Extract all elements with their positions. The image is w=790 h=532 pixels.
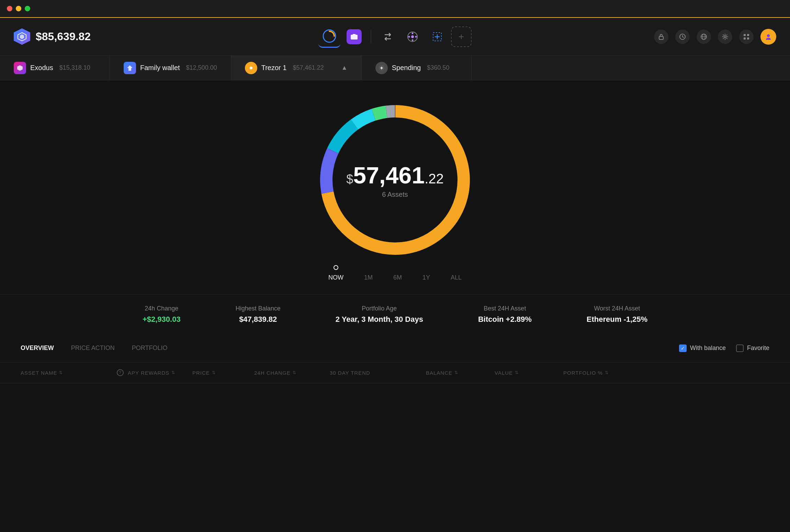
user-avatar[interactable]: [760, 29, 776, 45]
stat-label-highest: Highest Balance: [236, 305, 281, 312]
family-icon: [124, 62, 136, 74]
header-right: [654, 29, 776, 45]
stat-highest-balance: Highest Balance $47,839.82: [236, 305, 281, 324]
favorite-filter[interactable]: Favorite: [736, 344, 769, 352]
th-24h-change[interactable]: 24H CHANGE ⇅: [254, 369, 330, 376]
favorite-checkbox[interactable]: [736, 344, 744, 352]
wallet-tabs: Exodus $15,318.10 Family wallet $12,500.…: [0, 56, 790, 80]
svg-point-5: [412, 32, 414, 34]
stat-24h-change: 24h Change +$2,930.03: [143, 305, 181, 324]
nav-tab-apps[interactable]: [402, 26, 424, 48]
stat-value-worst: Ethereum -1,25%: [587, 315, 647, 324]
nav-tab-swap[interactable]: [377, 26, 399, 48]
time-option-6m[interactable]: 6M: [393, 271, 402, 284]
wallet-name-spending: Spending: [392, 64, 421, 72]
donut-center: $57,461.22 6 Assets: [346, 162, 444, 199]
stat-value-best: Bitcoin +2.89%: [478, 315, 532, 324]
th-30-day-trend: 30 DAY TREND: [330, 369, 426, 376]
sort-icon-value: ⇅: [515, 370, 519, 375]
nav-tab-add[interactable]: +: [451, 26, 472, 47]
stat-worst-asset: Worst 24H Asset Ethereum -1,25%: [587, 305, 647, 324]
stat-best-asset: Best 24H Asset Bitcoin +2.89%: [478, 305, 532, 324]
svg-rect-2: [353, 34, 356, 35]
tab-right: ✓ With balance Favorite: [679, 344, 769, 352]
svg-point-7: [408, 36, 410, 37]
svg-point-4: [411, 35, 414, 38]
maximize-button[interactable]: [25, 6, 30, 11]
stat-label-age: Portfolio Age: [336, 305, 423, 312]
sort-icon-price: ⇅: [212, 370, 216, 375]
sort-icon-apy: ⇅: [171, 370, 175, 375]
donut-assets: 6 Assets: [346, 191, 444, 199]
wallet-name-exodus: Exodus: [30, 64, 53, 72]
stat-label-worst: Worst 24H Asset: [587, 305, 647, 312]
stat-label-24h: 24h Change: [143, 305, 181, 312]
nav-tab-portfolio[interactable]: [343, 26, 365, 48]
close-button[interactable]: [7, 6, 12, 11]
trezor-expand-icon[interactable]: ▲: [341, 64, 348, 71]
stat-value-24h: +$2,930.03: [143, 315, 181, 324]
th-apy-rewards[interactable]: ? APY REWARDS ⇅: [117, 369, 192, 376]
tab-price-action[interactable]: PRICE ACTION: [71, 341, 115, 355]
donut-decimal: .22: [425, 171, 444, 186]
settings-icon[interactable]: [718, 30, 732, 44]
exodus-icon: [14, 62, 26, 74]
main-content: $57,461.22 6 Assets NOW 1M 6M 1Y ALL: [0, 80, 790, 532]
nav-tab-defi[interactable]: [426, 26, 448, 48]
th-portfolio-pct[interactable]: PORTFOLIO % ⇅: [563, 369, 632, 376]
th-price[interactable]: PRICE ⇅: [192, 369, 254, 376]
svg-rect-19: [744, 37, 746, 39]
wallet-tab-exodus[interactable]: Exodus $15,318.10: [0, 56, 110, 80]
with-balance-filter[interactable]: ✓ With balance: [679, 344, 726, 352]
sort-icon-change: ⇅: [293, 370, 296, 375]
svg-point-16: [724, 36, 726, 38]
network-icon[interactable]: [697, 30, 711, 44]
with-balance-checkbox[interactable]: ✓: [679, 344, 687, 352]
tab-overview[interactable]: OVERVIEW: [21, 341, 54, 355]
window-controls: [7, 6, 30, 11]
app-logo[interactable]: [14, 29, 30, 45]
th-value[interactable]: VALUE ⇅: [495, 369, 563, 376]
svg-rect-18: [747, 34, 749, 36]
lock-icon[interactable]: [654, 30, 668, 44]
th-asset-name[interactable]: ASSET NAME ⇅: [21, 369, 117, 376]
header: $85,639.82: [0, 18, 790, 56]
wallet-balance-trezor: $57,461.22: [293, 64, 324, 71]
wallet-balance-family: $12,500.00: [186, 64, 217, 71]
favorite-label: Favorite: [747, 344, 769, 352]
wallet-tab-trezor[interactable]: Trezor 1 $57,461.22 ▲: [231, 56, 362, 80]
time-dot: [334, 265, 338, 270]
svg-point-6: [412, 39, 414, 41]
stat-value-highest: $47,839.82: [236, 315, 281, 324]
tab-portfolio[interactable]: PORTFOLIO: [132, 341, 168, 355]
svg-point-8: [415, 36, 417, 37]
donut-main: 57,461: [353, 162, 425, 188]
wallet-tab-family[interactable]: Family wallet $12,500.00: [110, 56, 231, 80]
stats-row: 24h Change +$2,930.03 Highest Balance $4…: [0, 294, 790, 334]
svg-rect-17: [744, 34, 746, 36]
time-option-1y[interactable]: 1Y: [422, 271, 430, 284]
time-option-all[interactable]: ALL: [451, 271, 462, 284]
chart-area: $57,461.22 6 Assets NOW 1M 6M 1Y ALL: [0, 80, 790, 291]
minimize-button[interactable]: [16, 6, 21, 11]
tabs-section: OVERVIEW PRICE ACTION PORTFOLIO ✓ With b…: [0, 334, 790, 362]
time-option-1m[interactable]: 1M: [364, 271, 373, 284]
nav-divider: [371, 30, 371, 44]
wallet-name-family: Family wallet: [140, 64, 180, 72]
svg-point-23: [250, 67, 252, 69]
donut-amount: $57,461.22: [346, 162, 444, 189]
wallet-tab-spending[interactable]: Spending $360.50: [362, 56, 472, 80]
th-balance[interactable]: BALANCE ⇅: [426, 369, 495, 376]
grid-icon[interactable]: [739, 30, 754, 44]
sort-icon-asset: ⇅: [59, 370, 63, 375]
time-option-now[interactable]: NOW: [328, 271, 343, 284]
sort-icon-balance: ⇅: [454, 370, 458, 375]
svg-point-21: [767, 34, 770, 37]
stat-value-age: 2 Year, 3 Month, 30 Days: [336, 315, 423, 324]
stat-portfolio-age: Portfolio Age 2 Year, 3 Month, 30 Days: [336, 305, 423, 324]
history-icon[interactable]: [675, 30, 690, 44]
nav-tab-overview[interactable]: [318, 26, 340, 48]
wallet-name-trezor: Trezor 1: [261, 64, 287, 72]
svg-rect-20: [747, 37, 749, 39]
donut-dollar: $: [346, 172, 353, 186]
